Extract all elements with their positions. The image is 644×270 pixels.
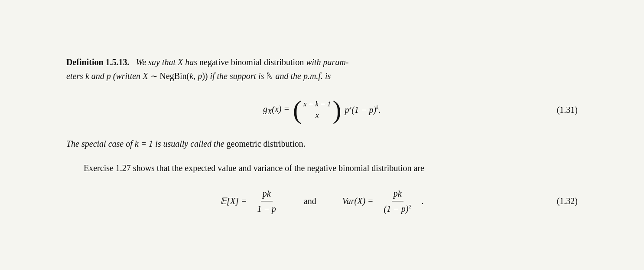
variance-fraction: pk (1 − p)2 (382, 187, 413, 215)
equation-1-32-content: 𝔼[X] = pk 1 − p and Var(X) = pk (1 − p)2… (220, 187, 424, 215)
geometric-dist-label: geometric distribution. (227, 139, 306, 148)
var-numerator: pk (392, 187, 403, 201)
gx-lhs: gX(x) = (263, 102, 289, 117)
binom-bot: x (315, 110, 319, 121)
variance-lhs: Var(X) = (342, 194, 374, 207)
exercise-paragraph: Exercise 1.27 shows that the expected va… (66, 161, 578, 175)
definition-block: Definition 1.5.13. We say that X has neg… (66, 55, 578, 83)
def-if-support: if the support is (210, 71, 264, 81)
right-paren: ) (333, 97, 342, 123)
equation-number-131: (1.31) (557, 103, 578, 116)
ev-denominator: 1 − p (255, 201, 278, 215)
definition-text: Definition 1.5.13. We say that X has neg… (66, 55, 578, 83)
binom-top: x + k − 1 (303, 99, 331, 110)
rhs-formula: px(1 − p)k. (345, 103, 381, 116)
equation-1-31-content: gX(x) = ( x + k − 1 x ) px(1 − p)k. (263, 97, 381, 123)
def-negbin-notation: NegBin(k, p)) (159, 71, 210, 81)
equation-1-32: 𝔼[X] = pk 1 − p and Var(X) = pk (1 − p)2… (66, 187, 578, 215)
binom-inner: x + k − 1 x (303, 99, 331, 121)
expected-value-fraction: pk 1 − p (255, 187, 278, 215)
definition-label: Definition 1.5.13. (66, 57, 130, 67)
def-intro (132, 57, 134, 67)
expected-value-lhs: 𝔼[X] = (220, 194, 247, 207)
ev-numerator: pk (261, 187, 273, 201)
def-negbin-term: negative binomial distribution (199, 57, 306, 67)
special-case-text: The special case of k = 1 is usually cal… (66, 137, 578, 151)
equation-number-132: (1.32) (557, 194, 578, 207)
def-we-say: We say that X has (136, 57, 198, 67)
left-paren: ( (293, 97, 302, 123)
var-denominator: (1 − p)2 (382, 201, 413, 215)
equation-1-31: gX(x) = ( x + k − 1 x ) px(1 − p)k. (1.3… (66, 97, 578, 123)
binomial-coefficient: ( x + k − 1 x ) (293, 97, 342, 123)
def-N-set: ℕ (266, 71, 273, 81)
page: Definition 1.5.13. We say that X has neg… (40, 38, 604, 233)
def-and-pmf: and the p.m.f. is (275, 71, 331, 81)
period: . (422, 194, 424, 207)
and-connector: and (304, 194, 316, 207)
